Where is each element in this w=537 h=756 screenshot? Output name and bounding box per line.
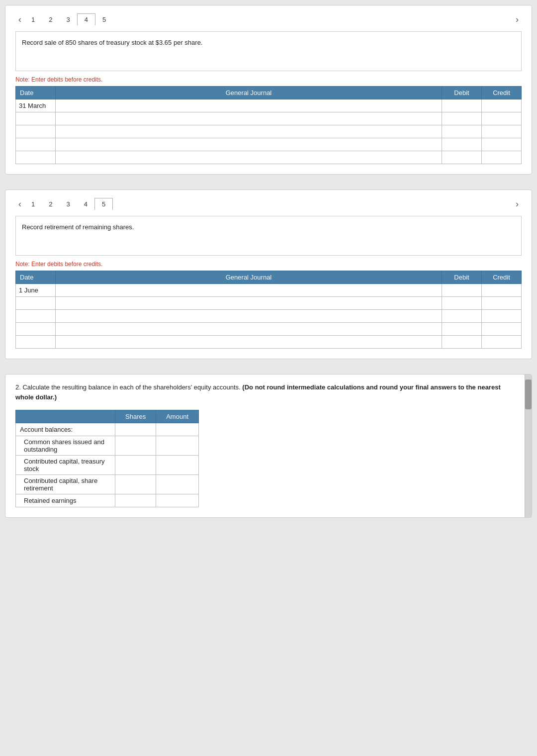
debit-input-1-4[interactable] <box>445 141 478 148</box>
journal-input-2-5[interactable] <box>59 338 439 346</box>
journal-cell-2-4[interactable] <box>56 323 442 336</box>
credit-cell-1-3[interactable] <box>482 125 522 138</box>
date-cell-1-1: 31 March <box>16 99 56 112</box>
journal-input-1-3[interactable] <box>59 128 439 135</box>
debit-input-1-5[interactable] <box>445 154 478 161</box>
credit-input-1-5[interactable] <box>485 154 518 161</box>
tab-1-4[interactable]: 4 <box>77 13 95 25</box>
balance-shares-0[interactable] <box>115 436 156 456</box>
debit-input-2-4[interactable] <box>445 325 478 333</box>
journal-cell-2-3[interactable] <box>56 310 442 323</box>
journal-input-1-4[interactable] <box>59 141 439 148</box>
balance-amount-1[interactable] <box>156 456 199 475</box>
journal-input-2-2[interactable] <box>59 299 439 307</box>
tab-2-1[interactable]: 1 <box>24 198 42 210</box>
debit-input-2-5[interactable] <box>445 338 478 346</box>
journal-input-2-3[interactable] <box>59 312 439 320</box>
journal-input-2-1[interactable] <box>59 286 439 294</box>
journal-input-1-2[interactable] <box>59 115 439 122</box>
balance-amount-input-3[interactable] <box>160 497 194 504</box>
journal-cell-1-4[interactable] <box>56 138 442 151</box>
credit-cell-2-2[interactable] <box>482 297 522 310</box>
debit-cell-1-4[interactable] <box>442 138 482 151</box>
tab-2-5[interactable]: 5 <box>94 198 113 210</box>
credit-input-1-3[interactable] <box>485 128 518 135</box>
header-journal-2: General Journal <box>56 271 442 284</box>
credit-cell-1-2[interactable] <box>482 112 522 125</box>
debit-cell-1-1[interactable] <box>442 99 482 112</box>
nav-tabs-2: 1 2 3 4 5 <box>24 198 113 210</box>
balance-shares-input-1[interactable] <box>119 462 152 469</box>
journal-cell-2-5[interactable] <box>56 336 442 349</box>
next-arrow-1[interactable]: › <box>513 14 522 25</box>
journal-cell-1-3[interactable] <box>56 125 442 138</box>
credit-cell-2-5[interactable] <box>482 336 522 349</box>
credit-input-1-1[interactable] <box>485 102 518 109</box>
credit-cell-1-5[interactable] <box>482 151 522 164</box>
balance-shares-2[interactable] <box>115 475 156 494</box>
debit-cell-1-2[interactable] <box>442 112 482 125</box>
tab-1-3[interactable]: 3 <box>59 14 77 25</box>
tab-2-3[interactable]: 3 <box>59 198 77 210</box>
prev-arrow-1[interactable]: ‹ <box>15 14 24 25</box>
journal-cell-1-2[interactable] <box>56 112 442 125</box>
note-2: Note: Enter debits before credits. <box>15 261 522 268</box>
credit-cell-2-4[interactable] <box>482 323 522 336</box>
credit-input-2-3[interactable] <box>485 312 518 320</box>
scrollbar[interactable] <box>525 375 532 517</box>
debit-input-2-2[interactable] <box>445 299 478 307</box>
debit-cell-2-2[interactable] <box>442 297 482 310</box>
next-arrow-2[interactable]: › <box>513 199 522 209</box>
balance-amount-input-1[interactable] <box>160 462 194 469</box>
journal-cell-1-5[interactable] <box>56 151 442 164</box>
credit-cell-2-3[interactable] <box>482 310 522 323</box>
tab-2-2[interactable]: 2 <box>42 198 59 210</box>
debit-input-1-1[interactable] <box>445 102 478 109</box>
tab-2-4[interactable]: 4 <box>77 198 94 210</box>
table-row: Contributed capital, treasury stock <box>16 456 199 475</box>
debit-cell-1-5[interactable] <box>442 151 482 164</box>
debit-cell-1-3[interactable] <box>442 125 482 138</box>
scrollbar-thumb[interactable] <box>525 379 532 409</box>
table-row <box>16 125 522 138</box>
balance-header-shares: Shares <box>115 410 156 423</box>
prev-arrow-2[interactable]: ‹ <box>15 199 24 209</box>
balance-amount-3[interactable] <box>156 494 199 507</box>
journal-input-1-1[interactable] <box>59 102 439 109</box>
balance-shares-input-0[interactable] <box>119 442 152 450</box>
credit-input-2-2[interactable] <box>485 299 518 307</box>
debit-cell-2-3[interactable] <box>442 310 482 323</box>
debit-input-1-2[interactable] <box>445 115 478 122</box>
debit-input-2-1[interactable] <box>445 286 478 294</box>
tab-1-2[interactable]: 2 <box>42 14 59 25</box>
journal-cell-1-1[interactable] <box>56 99 442 112</box>
card-1: ‹ 1 2 3 4 5 › Record sale of 850 shares … <box>5 5 532 175</box>
debit-cell-2-1[interactable] <box>442 284 482 297</box>
balance-shares-3[interactable] <box>115 494 156 507</box>
balance-amount-0[interactable] <box>156 436 199 456</box>
debit-input-2-3[interactable] <box>445 312 478 320</box>
tab-1-5[interactable]: 5 <box>95 14 113 25</box>
credit-input-1-2[interactable] <box>485 115 518 122</box>
debit-input-1-3[interactable] <box>445 128 478 135</box>
credit-input-2-4[interactable] <box>485 325 518 333</box>
credit-cell-1-1[interactable] <box>482 99 522 112</box>
journal-cell-2-2[interactable] <box>56 297 442 310</box>
balance-amount-2[interactable] <box>156 475 199 494</box>
tab-1-1[interactable]: 1 <box>24 14 42 25</box>
credit-cell-2-1[interactable] <box>482 284 522 297</box>
balance-amount-input-2[interactable] <box>160 481 194 488</box>
balance-shares-1[interactable] <box>115 456 156 475</box>
debit-cell-2-5[interactable] <box>442 336 482 349</box>
balance-shares-input-3[interactable] <box>119 497 152 504</box>
journal-cell-2-1[interactable] <box>56 284 442 297</box>
debit-cell-2-4[interactable] <box>442 323 482 336</box>
credit-cell-1-4[interactable] <box>482 138 522 151</box>
journal-input-1-5[interactable] <box>59 154 439 161</box>
journal-input-2-4[interactable] <box>59 325 439 333</box>
balance-amount-input-0[interactable] <box>160 442 194 450</box>
balance-shares-input-2[interactable] <box>119 481 152 488</box>
credit-input-1-4[interactable] <box>485 141 518 148</box>
credit-input-2-1[interactable] <box>485 286 518 294</box>
credit-input-2-5[interactable] <box>485 338 518 346</box>
